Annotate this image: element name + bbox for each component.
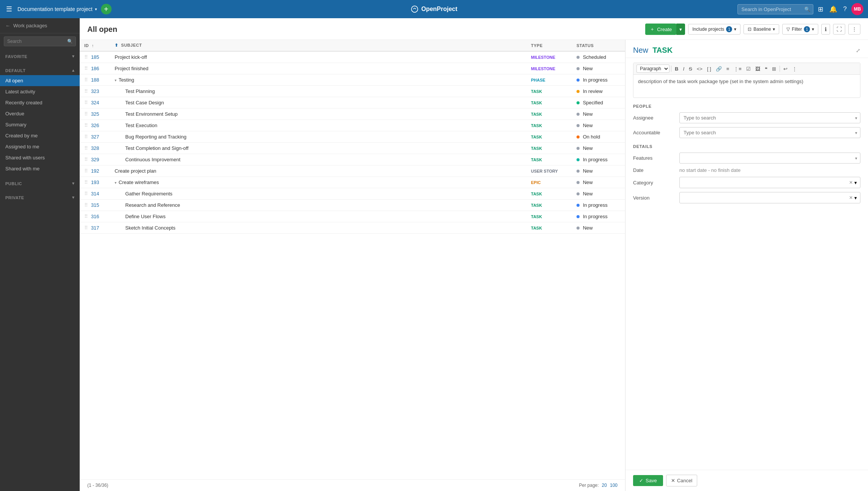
sidebar-item-recently-created[interactable]: Recently created bbox=[0, 97, 80, 108]
id-link[interactable]: 329 bbox=[91, 157, 99, 162]
sidebar-item-shared-with-me[interactable]: Shared with me bbox=[0, 163, 80, 174]
menu-icon[interactable]: ☰ bbox=[5, 3, 14, 15]
global-search-input[interactable] bbox=[737, 4, 813, 14]
sidebar-item-summary[interactable]: Summary bbox=[0, 119, 80, 130]
drag-handle[interactable]: ⠿ bbox=[84, 88, 88, 94]
create-dropdown-button[interactable]: ▾ bbox=[676, 24, 685, 35]
id-link[interactable]: 315 bbox=[91, 202, 99, 208]
id-link[interactable]: 316 bbox=[91, 214, 99, 219]
drag-handle[interactable]: ⠿ bbox=[84, 123, 88, 128]
id-link[interactable]: 328 bbox=[91, 145, 99, 151]
public-section-header[interactable]: PUBLIC ▾ bbox=[0, 179, 80, 188]
per-page-100[interactable]: 100 bbox=[610, 483, 618, 488]
sidebar-item-latest-activity[interactable]: Latest activity bbox=[0, 86, 80, 97]
id-link[interactable]: 192 bbox=[91, 168, 99, 174]
category-clear-icon[interactable]: ✕ bbox=[849, 180, 853, 185]
sidebar-item-created-by-me[interactable]: Created by me bbox=[0, 130, 80, 141]
quote-button[interactable]: ❝ bbox=[763, 65, 769, 73]
col-subject: ⬆ SUBJECT bbox=[110, 40, 526, 51]
private-section-header[interactable]: PRIVATE ▾ bbox=[0, 193, 80, 202]
strikethrough-button[interactable]: S bbox=[687, 65, 694, 73]
image-button[interactable]: 🖼 bbox=[753, 65, 762, 73]
undo-button[interactable]: ↩ bbox=[781, 65, 789, 73]
add-button[interactable]: + bbox=[101, 4, 112, 14]
drag-handle[interactable]: ⠿ bbox=[84, 54, 88, 60]
drag-handle[interactable]: ⠿ bbox=[84, 145, 88, 151]
id-link[interactable]: 314 bbox=[91, 191, 99, 197]
code-button[interactable]: <> bbox=[695, 65, 704, 73]
include-projects-button[interactable]: Include projects 1 ▾ bbox=[688, 24, 740, 35]
features-select[interactable] bbox=[679, 153, 860, 164]
editor-content[interactable]: description of the task work package typ… bbox=[633, 75, 860, 98]
sidebar-item-overdue[interactable]: Overdue bbox=[0, 108, 80, 119]
id-link[interactable]: 323 bbox=[91, 88, 99, 94]
cancel-button[interactable]: ✕ Cancel bbox=[666, 475, 697, 486]
collapse-icon[interactable]: ▾ bbox=[115, 181, 117, 185]
status-dot bbox=[577, 67, 580, 70]
modules-icon[interactable]: ⊞ bbox=[816, 4, 825, 15]
default-section-header[interactable]: DEFAULT ▴ bbox=[0, 66, 80, 75]
id-link[interactable]: 193 bbox=[91, 179, 99, 185]
paragraph-select[interactable]: Paragraph bbox=[636, 65, 670, 73]
filter-button[interactable]: ▽ Filter 1 ▾ bbox=[782, 24, 818, 35]
baseline-button[interactable]: ⊡ Baseline ▾ bbox=[744, 24, 779, 34]
drag-handle[interactable]: ⠿ bbox=[84, 225, 88, 231]
drag-handle[interactable]: ⠿ bbox=[84, 66, 88, 71]
id-link[interactable]: 317 bbox=[91, 225, 99, 231]
sidebar-search-input[interactable] bbox=[4, 36, 76, 46]
ordered-list-button[interactable]: ⋮≡ bbox=[732, 65, 744, 73]
drag-handle[interactable]: ⠿ bbox=[84, 157, 88, 162]
collapse-icon[interactable]: ▾ bbox=[115, 78, 117, 82]
checklist-button[interactable]: ☑ bbox=[744, 65, 753, 73]
per-page-20[interactable]: 20 bbox=[602, 483, 607, 488]
drag-handle[interactable]: ⠿ bbox=[84, 77, 88, 83]
drag-handle[interactable]: ⠿ bbox=[84, 191, 88, 197]
drag-handle[interactable]: ⠿ bbox=[84, 168, 88, 174]
inline-code-button[interactable]: [ ] bbox=[705, 65, 713, 73]
project-selector[interactable]: Documentation template project ▾ bbox=[17, 6, 97, 12]
link-button[interactable]: 🔗 bbox=[714, 65, 724, 73]
drag-handle[interactable]: ⠿ bbox=[84, 100, 88, 105]
id-link[interactable]: 186 bbox=[91, 66, 99, 71]
user-avatar[interactable]: MB bbox=[851, 3, 863, 15]
table-wrap[interactable]: ID ↑ ⬆ SUBJECT TYPE STATUS bbox=[80, 40, 625, 479]
version-clear-icon[interactable]: ✕ bbox=[849, 195, 853, 200]
create-button[interactable]: ＋ Create bbox=[645, 24, 676, 35]
drag-handle[interactable]: ⠿ bbox=[84, 134, 88, 140]
category-field[interactable]: ✕ ▾ bbox=[679, 177, 860, 188]
row-status: New bbox=[572, 165, 625, 177]
sidebar-item-all-open[interactable]: All open bbox=[0, 75, 80, 86]
id-link[interactable]: 188 bbox=[91, 77, 99, 83]
id-link[interactable]: 325 bbox=[91, 111, 99, 117]
id-link[interactable]: 324 bbox=[91, 100, 99, 105]
sidebar-back[interactable]: ← Work packages bbox=[0, 18, 80, 33]
save-button[interactable]: ✓ Save bbox=[633, 475, 663, 486]
info-button[interactable]: ℹ bbox=[821, 24, 830, 35]
table-button[interactable]: ⊞ bbox=[770, 65, 778, 73]
help-icon[interactable]: ? bbox=[842, 4, 848, 14]
id-link[interactable]: 185 bbox=[91, 54, 99, 60]
drag-handle[interactable]: ⠿ bbox=[84, 202, 88, 208]
id-link[interactable]: 326 bbox=[91, 123, 99, 128]
id-link[interactable]: 327 bbox=[91, 134, 99, 140]
sidebar-item-shared-with-users[interactable]: Shared with users bbox=[0, 152, 80, 163]
sidebar-item-assigned-to-me[interactable]: Assigned to me bbox=[0, 141, 80, 152]
bullet-list-button[interactable]: ≡ bbox=[725, 65, 731, 73]
per-page: Per page: 20 100 bbox=[579, 483, 618, 488]
fullscreen-button[interactable]: ⛶ bbox=[833, 24, 845, 35]
assignee-input[interactable] bbox=[679, 112, 860, 123]
bold-button[interactable]: B bbox=[673, 65, 680, 73]
more-toolbar-button[interactable]: ⋮ bbox=[790, 65, 799, 73]
drag-handle[interactable]: ⠿ bbox=[84, 111, 88, 117]
type-badge: TASK bbox=[531, 202, 542, 208]
version-field[interactable]: ✕ ▾ bbox=[679, 192, 860, 203]
accountable-input[interactable] bbox=[679, 127, 860, 138]
drag-handle[interactable]: ⠿ bbox=[84, 179, 88, 185]
italic-button[interactable]: I bbox=[681, 65, 686, 73]
date-value[interactable]: no start date - no finish date bbox=[679, 167, 740, 173]
drag-handle[interactable]: ⠿ bbox=[84, 214, 88, 219]
more-options-button[interactable]: ⋮ bbox=[848, 24, 860, 35]
panel-expand-icon[interactable]: ⤢ bbox=[856, 47, 860, 54]
notifications-icon[interactable]: 🔔 bbox=[828, 4, 839, 15]
favorite-section-header[interactable]: FAVORITE ▾ bbox=[0, 52, 80, 61]
